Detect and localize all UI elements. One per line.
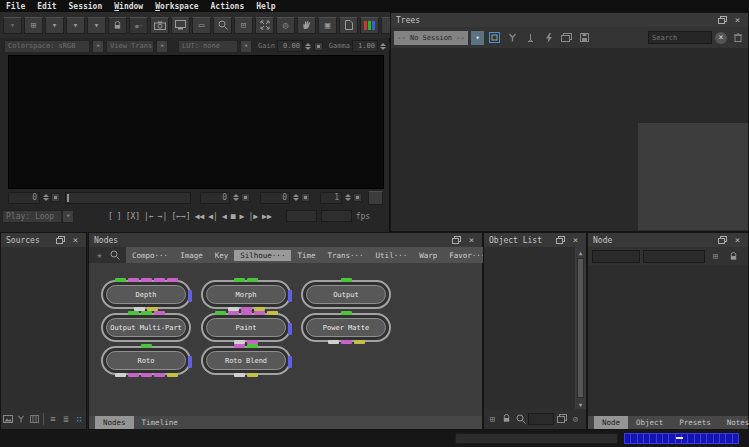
list-view-icon[interactable]: ≣: [60, 412, 72, 426]
view-box-icon[interactable]: [487, 30, 502, 45]
link-icon[interactable]: ●─: [129, 17, 148, 34]
dock-tab-node[interactable]: Node: [594, 416, 628, 429]
safe-area-icon[interactable]: ▣: [318, 17, 337, 34]
trash-icon[interactable]: [730, 30, 745, 45]
colorspace-combo[interactable]: Colorspace: sRGB: [4, 40, 90, 53]
filmstrip-icon[interactable]: [28, 412, 40, 426]
node-item-output[interactable]: Output: [301, 280, 391, 309]
node-parameters-view[interactable]: [588, 265, 748, 416]
gamma-field[interactable]: 1.00: [352, 40, 378, 52]
lut-combo-arrow[interactable]: ▾: [240, 40, 252, 53]
node-float-button[interactable]: [717, 235, 728, 246]
tab-silhoue[interactable]: Silhoue···: [234, 250, 291, 261]
node-name-input[interactable]: [592, 250, 640, 263]
object-list-view[interactable]: [484, 247, 575, 409]
transport-button-6[interactable]: ◀◀: [193, 212, 207, 221]
transport-button-4[interactable]: →|: [156, 212, 170, 221]
scroll-up-icon[interactable]: ▲: [575, 247, 586, 257]
object-list-close-button[interactable]: ×: [570, 235, 581, 246]
lock-icon[interactable]: [108, 17, 127, 34]
tab-image[interactable]: Image: [174, 250, 209, 261]
disable-icon[interactable]: ⊘: [569, 412, 582, 426]
nodes-float-button[interactable]: [451, 235, 462, 246]
node-item-power-matte[interactable]: Power Matte: [301, 313, 391, 342]
transport-button-11[interactable]: |▶: [246, 212, 260, 221]
layers-icon[interactable]: [555, 412, 568, 426]
node-item-roto-blend[interactable]: Roto Blend: [201, 346, 291, 375]
thumbnail-view-icon[interactable]: ∷: [73, 412, 85, 426]
node-close-button[interactable]: ×: [732, 235, 743, 246]
menu-window[interactable]: Window: [108, 2, 149, 11]
stand-icon[interactable]: [523, 30, 538, 45]
transport-button-5[interactable]: [←→]: [169, 212, 192, 221]
zoom-magnifier-icon[interactable]: [213, 17, 232, 34]
node-item-output-multi-part[interactable]: Output Multi-Part: [101, 313, 191, 342]
transport-button-1[interactable]: ]: [115, 212, 124, 221]
tab-util[interactable]: Util···: [370, 250, 414, 261]
tab-key[interactable]: Key: [209, 250, 235, 261]
in-frame-spinner[interactable]: [232, 194, 239, 201]
out-frame-keyframe-toggle[interactable]: [301, 193, 310, 202]
flash-icon[interactable]: [744, 249, 749, 264]
colorspace-combo-arrow[interactable]: ▾: [92, 40, 104, 53]
transport-button-3[interactable]: |←: [142, 212, 156, 221]
out-frame-field[interactable]: 0: [260, 192, 290, 204]
node-item-paint[interactable]: Paint: [201, 313, 291, 342]
transport-button-12[interactable]: ▶▶: [260, 212, 274, 221]
page-icon[interactable]: [339, 17, 358, 34]
gain-keyframe-toggle[interactable]: [314, 42, 323, 51]
trees-close-button[interactable]: ×: [732, 15, 743, 26]
lock-object-icon[interactable]: [500, 412, 513, 426]
favorites-star-icon[interactable]: ★: [92, 248, 107, 263]
save-icon[interactable]: [577, 30, 592, 45]
step-keyframe-toggle[interactable]: [353, 193, 362, 202]
in-frame-keyframe-toggle[interactable]: [241, 193, 250, 202]
scrollbar-thumb[interactable]: [577, 258, 584, 398]
transport-button-0[interactable]: [: [106, 212, 115, 221]
tab-trans[interactable]: Trans···: [321, 250, 369, 261]
trees-tree-view[interactable]: [391, 48, 748, 231]
play-mode-combo[interactable]: Play: Loop: [2, 210, 62, 223]
dock-tab-timeline[interactable]: Timeline: [134, 416, 186, 429]
sources-close-button[interactable]: ×: [70, 235, 81, 246]
step-spinner[interactable]: [344, 194, 351, 201]
play-mode-combo-arrow[interactable]: ▾: [62, 210, 74, 223]
transport-button-8[interactable]: ◀: [220, 212, 229, 221]
timeline-track[interactable]: [65, 192, 191, 204]
menu-actions[interactable]: Actions: [205, 2, 251, 11]
media-icon[interactable]: [2, 412, 14, 426]
viewer-canvas[interactable]: [8, 55, 384, 189]
dock-tab-object[interactable]: Object: [628, 416, 671, 429]
tool-dropdown-4[interactable]: ▾: [87, 17, 106, 34]
nodes-library[interactable]: DepthMorphOutputOutput Multi-PartPaintPo…: [89, 263, 482, 416]
sources-float-button[interactable]: [55, 235, 66, 246]
fps-field-2[interactable]: [321, 210, 352, 222]
node-label-input[interactable]: [643, 250, 705, 263]
gamma-spinner[interactable]: [380, 43, 387, 50]
node-item-roto[interactable]: Roto: [101, 346, 191, 375]
fps-field-1[interactable]: [286, 210, 317, 222]
lut-combo[interactable]: LUT: none: [178, 40, 238, 53]
nodes-close-button[interactable]: ×: [466, 235, 477, 246]
tab-compo[interactable]: Compo···: [126, 250, 174, 261]
playhead[interactable]: [67, 194, 69, 202]
tool-dropdown-3[interactable]: ▾: [66, 17, 85, 34]
current-frame-keyframe-toggle[interactable]: [51, 193, 60, 202]
current-frame-field[interactable]: 0: [8, 192, 40, 204]
search-objects-icon[interactable]: [514, 412, 527, 426]
transport-button-7[interactable]: ◀|: [206, 212, 220, 221]
trees-float-button[interactable]: [717, 15, 728, 26]
view-transform-combo-arrow[interactable]: ▾: [156, 40, 168, 53]
out-frame-spinner[interactable]: [292, 194, 299, 201]
object-list-scrollbar[interactable]: ▲ ▼: [575, 247, 586, 409]
transport-button-2[interactable]: [X]: [124, 212, 142, 221]
target-icon[interactable]: ◎: [276, 17, 295, 34]
menu-session[interactable]: Session: [63, 2, 109, 11]
images-icon[interactable]: [559, 30, 574, 45]
pan-hand-icon[interactable]: [297, 17, 316, 34]
snapshot-camera-icon[interactable]: [150, 17, 169, 34]
dock-tab-nodes[interactable]: Nodes: [95, 416, 134, 429]
expand-arrows-icon[interactable]: [255, 17, 274, 34]
menu-edit[interactable]: Edit: [31, 2, 62, 11]
lightning-icon[interactable]: [541, 30, 556, 45]
